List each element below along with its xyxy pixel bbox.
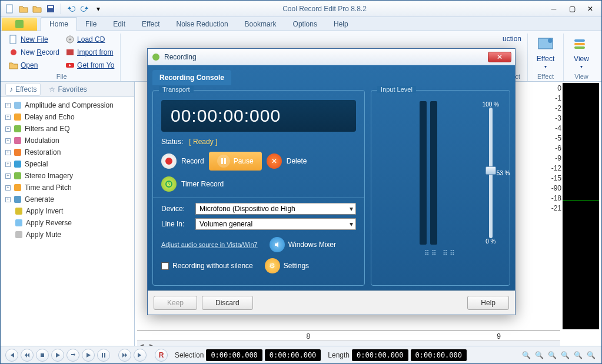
qat-new-icon[interactable] xyxy=(4,3,16,15)
tab-effect[interactable]: Effect xyxy=(134,18,168,31)
keep-button[interactable]: Keep xyxy=(154,296,197,310)
redo-icon[interactable] xyxy=(79,3,91,15)
silence-checkbox[interactable]: Recording without silence xyxy=(161,262,253,270)
pause-button[interactable] xyxy=(97,349,110,362)
tab-help[interactable]: Help xyxy=(325,18,357,31)
record-button[interactable]: R xyxy=(155,349,168,362)
tree-item-special[interactable]: +Special xyxy=(3,158,132,170)
minimize-button[interactable]: ─ xyxy=(546,4,561,14)
zoom-out-icon[interactable]: 🔍 xyxy=(533,349,545,361)
rewind-button[interactable] xyxy=(21,349,34,362)
tree-item-modulation[interactable]: +Modulation xyxy=(3,135,132,146)
length-label: Length xyxy=(328,351,350,359)
qat-open2-icon[interactable] xyxy=(31,3,43,15)
slider-thumb[interactable] xyxy=(485,166,496,175)
maximize-button[interactable]: ▢ xyxy=(564,4,580,14)
device-dropdown[interactable]: Micrófono (Dispositivo de High xyxy=(195,203,356,215)
app-title: Cool Record Edit Pro 8.8.2 xyxy=(106,5,543,13)
open-button[interactable]: Open xyxy=(6,59,62,71)
app-menu-button[interactable] xyxy=(2,18,37,31)
tree-item-delay-and-echo[interactable]: +Delay and Echo xyxy=(3,111,132,123)
mixer-icon[interactable] xyxy=(270,237,285,252)
zoom-v-out-icon[interactable]: 🔍 xyxy=(585,349,597,361)
svg-rect-16 xyxy=(14,113,21,121)
tree-item-filters-and-eq[interactable]: +Filters and EQ xyxy=(3,123,132,135)
sidetab-favorites[interactable]: ☆ Favorites xyxy=(45,84,90,95)
tab-noise-reduction[interactable]: Noise Reduction xyxy=(168,18,237,31)
h-scrollbar[interactable]: ◂▸ xyxy=(137,340,560,346)
tab-options[interactable]: Options xyxy=(285,18,325,31)
svg-point-5 xyxy=(11,49,16,55)
qat-open-icon[interactable] xyxy=(18,3,29,15)
svg-rect-23 xyxy=(14,196,21,203)
delete-circle-button[interactable]: ✕ xyxy=(267,153,282,169)
dialog-close-button[interactable]: ✕ xyxy=(488,52,511,62)
sidetab-effects[interactable]: ♪ Effects xyxy=(5,83,41,96)
new-file-button[interactable]: New File xyxy=(6,34,62,45)
tree-item-generate[interactable]: +Generate xyxy=(3,193,132,205)
svg-rect-3 xyxy=(15,20,24,28)
effect-big-button[interactable]: Effect▾ xyxy=(531,34,560,72)
svg-rect-2 xyxy=(48,6,53,8)
settings-label: Settings xyxy=(284,262,309,270)
transport-panel: Transport 00:00:00:000 Status: [ Ready ]… xyxy=(152,90,365,286)
get-from-youtube-button[interactable]: Get from Yo xyxy=(63,59,117,71)
stop-button[interactable] xyxy=(36,349,49,362)
play2-button[interactable] xyxy=(82,349,95,362)
qat-dropdown-icon[interactable]: ▾ xyxy=(92,3,104,15)
help-button[interactable]: Help xyxy=(467,296,509,310)
svg-rect-22 xyxy=(14,184,21,191)
zoom-sel-icon[interactable]: 🔍 xyxy=(559,349,571,361)
tree-item-restoration[interactable]: +Restoration xyxy=(3,146,132,158)
console-header: Recording Console xyxy=(152,70,231,85)
settings-icon[interactable]: ⚙ xyxy=(265,258,280,273)
svg-rect-26 xyxy=(15,231,22,238)
tree-item-time-and-pitch[interactable]: +Time and Pitch xyxy=(3,182,132,193)
linein-dropdown[interactable]: Volumen general xyxy=(195,218,356,230)
record-circle-button[interactable] xyxy=(161,153,177,169)
reduction-button[interactable]: uction xyxy=(500,34,524,44)
new-record-button[interactable]: New Record xyxy=(6,46,62,58)
svg-rect-17 xyxy=(14,125,21,132)
tree-item-apply-invert[interactable]: Apply Invert xyxy=(3,205,132,217)
ff-button[interactable] xyxy=(118,349,131,362)
group-label-effect2: Effect xyxy=(531,72,560,81)
import-from-button[interactable]: Import from xyxy=(63,46,117,58)
tab-bookmark[interactable]: Bookmark xyxy=(237,18,285,31)
timer-circle-button[interactable] xyxy=(161,176,177,192)
tree-item-apply-mute[interactable]: Apply Mute xyxy=(3,229,132,241)
discard-button[interactable]: Discard xyxy=(202,296,253,310)
effects-tree[interactable]: +Amplitude and Compression+Delay and Ech… xyxy=(1,97,134,346)
undo-icon[interactable] xyxy=(65,3,77,15)
tab-edit[interactable]: Edit xyxy=(105,18,134,31)
zoom-fit-icon[interactable]: 🔍 xyxy=(546,349,558,361)
tree-item-apply-reverse[interactable]: Apply Reverse xyxy=(3,217,132,229)
pct-100: 100 % xyxy=(483,101,499,108)
pause-icon xyxy=(217,155,230,168)
view-big-button[interactable]: View▾ xyxy=(567,34,596,72)
pause-pill-button[interactable]: Pause xyxy=(209,152,262,171)
skip-start-button[interactable] xyxy=(5,349,18,362)
tree-item-stereo-imagery[interactable]: +Stereo Imagery xyxy=(3,170,132,182)
tree-item-amplitude-and-compression[interactable]: +Amplitude and Compression xyxy=(3,99,132,111)
skip-end-button[interactable] xyxy=(134,349,147,362)
pct-0: 0 % xyxy=(485,238,495,245)
qat-save-icon[interactable] xyxy=(45,3,56,15)
svg-rect-13 xyxy=(574,43,585,45)
dialog-titlebar[interactable]: Recording ✕ xyxy=(148,49,515,65)
tab-home[interactable]: Home xyxy=(41,17,77,31)
close-button[interactable]: ✕ xyxy=(583,4,598,14)
svg-rect-25 xyxy=(15,219,22,226)
play-button[interactable] xyxy=(51,349,64,362)
zoom-v-in-icon[interactable]: 🔍 xyxy=(572,349,584,361)
tab-file[interactable]: File xyxy=(77,18,105,31)
dialog-footer: Keep Discard Help xyxy=(148,290,515,315)
level-slider[interactable] xyxy=(489,108,493,238)
adjust-link[interactable]: Adjust audio source in Vista/Win7 xyxy=(161,241,258,248)
load-cd-button[interactable]: Load CD xyxy=(63,34,117,45)
selection-start: 0:00:00.000 xyxy=(206,349,262,361)
db-scale: 0-1-2-3-4-5-6-9-12-15-90-18-21 xyxy=(551,84,561,214)
loop-button[interactable] xyxy=(66,349,79,362)
zoom-in-icon[interactable]: 🔍 xyxy=(520,349,532,361)
group-label-file: File xyxy=(6,72,117,81)
